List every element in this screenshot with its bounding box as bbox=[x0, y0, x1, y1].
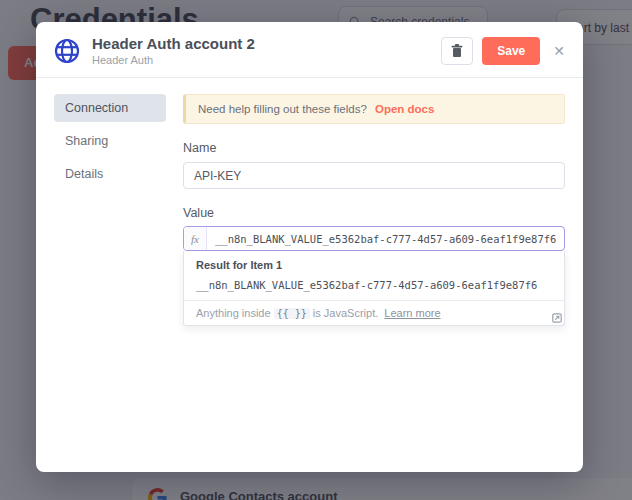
help-banner-text: Need help filling out these fields? bbox=[198, 103, 367, 115]
value-expression-input[interactable]: fx __n8n_BLANK_VALUE_e5362baf-c777-4d57-… bbox=[183, 226, 565, 251]
credentials-page: Credentials Sort by last updated Add cre… bbox=[0, 0, 632, 500]
delete-button[interactable] bbox=[441, 37, 473, 65]
learn-more-link[interactable]: Learn more bbox=[384, 307, 440, 319]
expression-result-dropdown: Result for Item 1 __n8n_BLANK_VALUE_e536… bbox=[183, 251, 565, 326]
open-docs-link[interactable]: Open docs bbox=[375, 103, 434, 115]
result-footer: Anything inside {{ }} is JavaScript. Lea… bbox=[184, 300, 564, 325]
name-input[interactable] bbox=[183, 162, 565, 189]
tab-details[interactable]: Details bbox=[54, 160, 166, 188]
expand-expression-icon[interactable] bbox=[552, 313, 562, 323]
save-button[interactable]: Save bbox=[482, 37, 540, 65]
modal-title: Header Auth account 2 bbox=[92, 35, 429, 52]
globe-icon bbox=[54, 38, 80, 64]
modal-title-block: Header Auth account 2 Header Auth bbox=[92, 35, 429, 66]
result-value: __n8n_BLANK_VALUE_e5362baf-c777-4d57-a60… bbox=[184, 274, 564, 300]
hint-text-pre: Anything inside bbox=[196, 307, 271, 319]
connection-panel: Need help filling out these fields? Open… bbox=[183, 94, 565, 326]
value-field-label: Value bbox=[183, 206, 565, 220]
modal-subtitle: Header Auth bbox=[92, 54, 429, 66]
trash-icon bbox=[451, 44, 463, 58]
tab-sharing[interactable]: Sharing bbox=[54, 127, 166, 155]
modal-actions: Save ✕ bbox=[441, 37, 565, 65]
fx-prefix-icon: fx bbox=[184, 227, 207, 250]
name-field-label: Name bbox=[183, 141, 565, 155]
credential-modal: Header Auth account 2 Header Auth Save ✕… bbox=[36, 22, 583, 472]
modal-body: Connection Sharing Details Need help fil… bbox=[36, 78, 583, 342]
modal-header: Header Auth account 2 Header Auth Save ✕ bbox=[36, 22, 583, 78]
hint-braces-code: {{ }} bbox=[274, 308, 310, 319]
close-icon[interactable]: ✕ bbox=[553, 44, 565, 58]
help-banner: Need help filling out these fields? Open… bbox=[183, 94, 565, 124]
result-header: Result for Item 1 bbox=[184, 251, 564, 274]
tab-connection[interactable]: Connection bbox=[54, 94, 166, 122]
modal-side-tabs: Connection Sharing Details bbox=[54, 94, 166, 326]
expression-value[interactable]: __n8n_BLANK_VALUE_e5362baf-c777-4d57-a60… bbox=[207, 227, 564, 250]
hint-text-post: is JavaScript. bbox=[313, 307, 378, 319]
value-expression-wrap: fx __n8n_BLANK_VALUE_e5362baf-c777-4d57-… bbox=[183, 226, 565, 326]
